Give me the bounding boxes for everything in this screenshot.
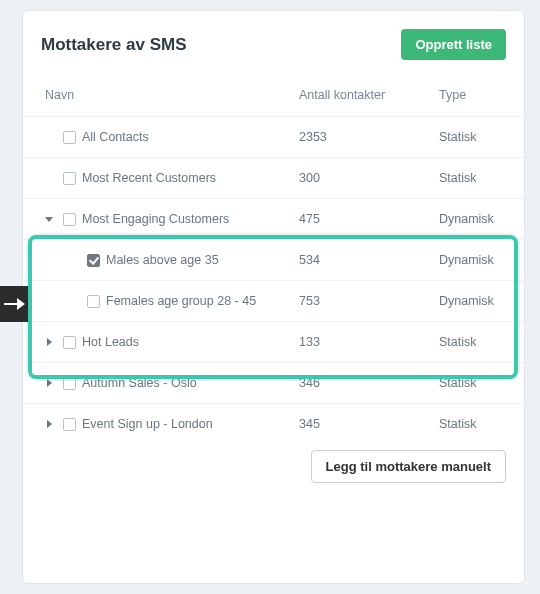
col-header-name: Navn <box>41 88 299 102</box>
row-checkbox[interactable] <box>87 295 100 308</box>
expand-toggle[interactable] <box>41 420 57 428</box>
cell-name: Autumn Sales - Oslo <box>41 376 299 390</box>
svg-marker-1 <box>17 298 25 310</box>
row-count: 475 <box>299 212 439 226</box>
chevron-right-icon <box>47 379 52 387</box>
row-count: 300 <box>299 171 439 185</box>
add-recipients-manually-button[interactable]: Legg til mottakere manuelt <box>311 450 506 483</box>
row-name-label: Most Engaging Customers <box>82 212 229 226</box>
row-count: 534 <box>299 253 439 267</box>
row-name-label: Females age group 28 - 45 <box>106 294 256 308</box>
row-name-label: Hot Leads <box>82 335 139 349</box>
recipients-panel: Mottakere av SMS Opprett liste Navn Anta… <box>22 10 525 584</box>
chevron-right-icon <box>47 338 52 346</box>
table-row: Females age group 28 - 45753Dynamisk <box>23 280 524 321</box>
row-type: Dynamisk <box>439 253 506 267</box>
row-type: Dynamisk <box>439 294 506 308</box>
row-checkbox[interactable] <box>63 172 76 185</box>
table-headers: Navn Antall kontakter Type <box>23 70 524 116</box>
table-row: Autumn Sales - Oslo346Statisk <box>23 362 524 403</box>
row-name-label: All Contacts <box>82 130 149 144</box>
col-header-type: Type <box>439 88 506 102</box>
cell-name: Males above age 35 <box>61 253 299 267</box>
cell-name: Event Sign up - London <box>41 417 299 431</box>
expand-toggle[interactable] <box>41 379 57 387</box>
row-checkbox[interactable] <box>63 418 76 431</box>
pointer-arrow-icon <box>0 286 28 322</box>
panel-title: Mottakere av SMS <box>41 35 187 55</box>
panel-header: Mottakere av SMS Opprett liste <box>23 29 524 70</box>
row-type: Dynamisk <box>439 212 506 226</box>
row-name-label: Males above age 35 <box>106 253 219 267</box>
row-type: Statisk <box>439 376 506 390</box>
chevron-right-icon <box>47 420 52 428</box>
table-row: Males above age 35534Dynamisk <box>23 239 524 280</box>
table-row: Most Engaging Customers475Dynamisk <box>23 198 524 239</box>
row-type: Statisk <box>439 171 506 185</box>
row-checkbox[interactable] <box>63 336 76 349</box>
table-row: Most Recent Customers300Statisk <box>23 157 524 198</box>
expand-toggle[interactable] <box>41 217 57 222</box>
row-count: 2353 <box>299 130 439 144</box>
create-list-button[interactable]: Opprett liste <box>401 29 506 60</box>
row-count: 133 <box>299 335 439 349</box>
chevron-down-icon <box>45 217 53 222</box>
cell-name: All Contacts <box>41 130 299 144</box>
table-row: Hot Leads133Statisk <box>23 321 524 362</box>
row-checkbox[interactable] <box>63 377 76 390</box>
table-body: All Contacts2353StatiskMost Recent Custo… <box>23 116 524 444</box>
col-header-count: Antall kontakter <box>299 88 439 102</box>
row-checkbox[interactable] <box>63 131 76 144</box>
table-row: All Contacts2353Statisk <box>23 116 524 157</box>
cell-name: Hot Leads <box>41 335 299 349</box>
row-name-label: Event Sign up - London <box>82 417 213 431</box>
cell-name: Most Engaging Customers <box>41 212 299 226</box>
row-count: 753 <box>299 294 439 308</box>
row-checkbox[interactable] <box>87 254 100 267</box>
row-count: 345 <box>299 417 439 431</box>
row-type: Statisk <box>439 417 506 431</box>
row-type: Statisk <box>439 130 506 144</box>
row-type: Statisk <box>439 335 506 349</box>
row-name-label: Most Recent Customers <box>82 171 216 185</box>
row-name-label: Autumn Sales - Oslo <box>82 376 197 390</box>
panel-footer: Legg til mottakere manuelt <box>23 444 524 483</box>
table-row: Event Sign up - London345Statisk <box>23 403 524 444</box>
expand-toggle[interactable] <box>41 338 57 346</box>
row-checkbox[interactable] <box>63 213 76 226</box>
cell-name: Females age group 28 - 45 <box>61 294 299 308</box>
row-count: 346 <box>299 376 439 390</box>
cell-name: Most Recent Customers <box>41 171 299 185</box>
